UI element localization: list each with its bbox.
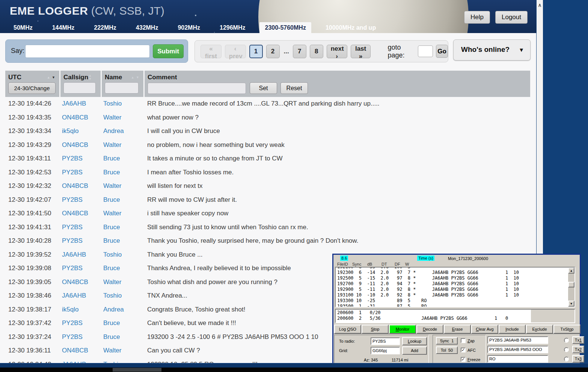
txstop-button[interactable]: TxStop: [553, 325, 580, 334]
tx1-message-input[interactable]: [487, 336, 548, 344]
horizontal-scrollbar-thumb[interactable]: [113, 368, 161, 372]
wsjt-decode-scrollbar[interactable]: ▲ ▼: [568, 268, 574, 307]
reset-button[interactable]: Reset: [280, 82, 308, 94]
tol-spinbox[interactable]: Tol 50: [436, 346, 458, 354]
row-name-link[interactable]: Bruce: [103, 237, 144, 245]
page-button-2[interactable]: 2: [266, 45, 280, 58]
row-name-link[interactable]: Bruce: [103, 224, 144, 231]
row-callsign-link[interactable]: JA6AHB: [62, 251, 103, 259]
stop-button[interactable]: Stop: [362, 325, 389, 334]
row-name-link[interactable]: Bruce: [103, 169, 144, 176]
freeze-checkbox[interactable]: ✓ Freeze: [461, 357, 480, 362]
row-callsign-link[interactable]: ON4BCB: [62, 278, 103, 286]
row-callsign-link[interactable]: ON4BCB: [62, 114, 103, 121]
tab-1296mhz[interactable]: 1296MHz: [214, 22, 250, 33]
tx1-button[interactable]: Tx1: [572, 336, 584, 344]
tab-432mhz[interactable]: 432MHz: [131, 22, 164, 33]
say-input[interactable]: [25, 45, 150, 58]
sort-asc-icon[interactable]: ▲: [131, 76, 135, 79]
row-name-link[interactable]: Walter: [103, 347, 144, 354]
row-name-link[interactable]: Bruce: [103, 319, 144, 327]
checkbox-icon[interactable]: [461, 338, 466, 343]
exclude-button[interactable]: Exclude: [526, 325, 553, 334]
row-callsign-link[interactable]: ON4BCB: [62, 210, 103, 217]
page-button-next[interactable]: next ›: [327, 45, 347, 58]
row-callsign-link[interactable]: ik5qlo: [62, 306, 103, 313]
tab-222mhz[interactable]: 222MHz: [89, 22, 122, 33]
row-callsign-link[interactable]: PY2BS: [62, 196, 103, 204]
tx3-message-input[interactable]: [487, 355, 548, 363]
tx2-message-input[interactable]: [487, 346, 548, 353]
row-callsign-link[interactable]: JA6AHB: [62, 100, 103, 107]
tx2-button[interactable]: Tx2: [572, 346, 584, 353]
row-callsign-link[interactable]: PY2BS: [62, 319, 103, 327]
scroll-up-icon[interactable]: ∧: [537, 2, 543, 8]
name-sort-icons[interactable]: ▲ ▼: [131, 76, 140, 79]
set-button[interactable]: Set: [250, 82, 277, 94]
scroll-down-icon[interactable]: ▼: [568, 301, 574, 307]
row-name-link[interactable]: Toshio: [103, 100, 144, 107]
sort-asc-icon[interactable]: ▲: [47, 76, 51, 79]
whos-online-dropdown[interactable]: Who's online? ▼: [453, 39, 531, 60]
row-name-link[interactable]: Walter: [103, 182, 144, 190]
sync-spinbox[interactable]: Sync 1: [436, 337, 458, 345]
include-button[interactable]: Include: [499, 325, 526, 334]
row-name-link[interactable]: Toshio: [103, 292, 144, 299]
tab-50mhz[interactable]: 50MHz: [8, 22, 38, 33]
help-button[interactable]: Help: [464, 11, 490, 24]
row-callsign-link[interactable]: ON4BCB: [62, 347, 103, 354]
tab-2300-5760mhz[interactable]: 2300-5760MHz: [259, 22, 311, 33]
grid-input[interactable]: [371, 347, 400, 354]
tab-10000mhz-and-up[interactable]: 10000MHz and up: [320, 22, 381, 33]
scrollbar-thumb[interactable]: [568, 282, 574, 287]
tx2-radio-button[interactable]: [564, 347, 569, 352]
row-callsign-link[interactable]: ON4BCB: [62, 182, 103, 190]
page-button-last[interactable]: last »: [351, 45, 371, 58]
clear-avg-button[interactable]: Clear Avg: [471, 325, 498, 334]
monitor-button[interactable]: Monitor: [389, 325, 416, 334]
submit-button[interactable]: Submit: [153, 44, 184, 58]
row-name-link[interactable]: Walter: [103, 114, 144, 121]
row-callsign-link[interactable]: PY2BS: [62, 237, 103, 245]
sort-desc-icon[interactable]: ▼: [88, 77, 92, 81]
row-name-link[interactable]: Walter: [103, 141, 144, 149]
callsign-filter-input[interactable]: [63, 82, 96, 94]
row-name-link[interactable]: Andrea: [103, 306, 144, 313]
page-button-1[interactable]: 1: [249, 45, 263, 58]
tab-144mhz[interactable]: 144MHz: [47, 22, 80, 33]
row-callsign-link[interactable]: PY2BS: [62, 265, 103, 272]
row-name-link[interactable]: Andrea: [103, 127, 144, 135]
sort-desc-icon[interactable]: ▼: [52, 76, 56, 79]
goto-page-input[interactable]: [418, 45, 433, 57]
afc-checkbox[interactable]: ✓ AFC: [461, 348, 476, 352]
log-qso-button[interactable]: Log QSO: [334, 325, 361, 334]
lookup-button[interactable]: Lookup: [402, 337, 427, 345]
row-name-link[interactable]: Bruce: [103, 196, 144, 204]
tx3-radio-button[interactable]: [564, 357, 569, 361]
scroll-up-icon[interactable]: ▲: [568, 268, 574, 274]
name-filter-input[interactable]: [105, 82, 139, 94]
row-callsign-link[interactable]: PY2BS: [62, 169, 103, 176]
sort-desc-icon[interactable]: ▼: [136, 76, 140, 79]
checkbox-checked-icon[interactable]: ✓: [461, 357, 466, 362]
zap-checkbox[interactable]: Zap: [461, 338, 475, 343]
row-name-link[interactable]: Bruce: [103, 155, 144, 162]
row-name-link[interactable]: Walter: [103, 278, 144, 286]
row-name-link[interactable]: Bruce: [103, 265, 144, 272]
callsign-sort-icons[interactable]: ▲ ▼: [88, 74, 98, 81]
row-callsign-link[interactable]: JA6AHB: [62, 292, 103, 299]
row-callsign-link[interactable]: PY2BS: [62, 224, 103, 231]
row-callsign-link[interactable]: ik5qlo: [62, 127, 103, 135]
decode-button[interactable]: Decode: [416, 325, 443, 334]
row-callsign-link[interactable]: PY2BS: [62, 155, 103, 162]
row-name-link[interactable]: Bruce: [103, 333, 144, 341]
page-button-7[interactable]: 7: [293, 45, 306, 58]
logout-button[interactable]: Logout: [495, 11, 528, 24]
row-callsign-link[interactable]: PY2BS: [62, 333, 103, 341]
utc-range-change-button[interactable]: 24-30/Change: [8, 82, 56, 94]
erase-button[interactable]: Erase: [444, 325, 471, 334]
checkbox-checked-icon[interactable]: ✓: [461, 348, 466, 352]
to-radio-input[interactable]: [371, 337, 400, 345]
row-name-link[interactable]: Toshio: [103, 251, 144, 259]
page-button-first[interactable]: « first: [201, 45, 222, 58]
